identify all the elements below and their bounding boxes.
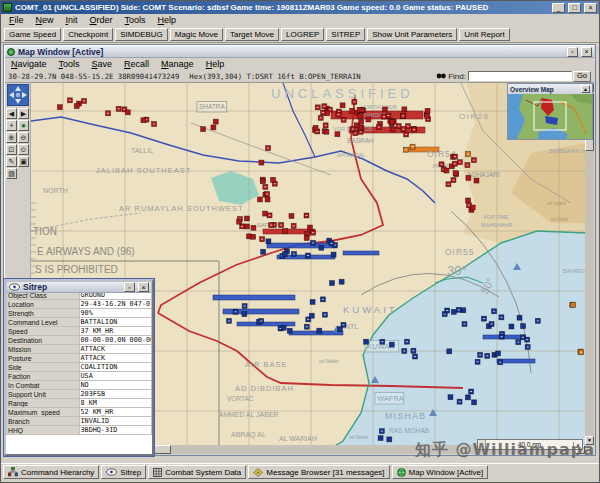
map-label: WAFRA — [377, 394, 404, 403]
taskbar-button-sitrep[interactable]: Sitrep — [101, 465, 146, 479]
sitrep-field-value: 37 KM_HR — [79, 327, 152, 336]
toolbar-button-logrep[interactable]: LOGREP — [281, 28, 324, 41]
unit-cluster[interactable] — [578, 349, 584, 355]
prev-view-icon[interactable]: ◀ — [6, 108, 17, 119]
map-menu-help[interactable]: Help — [200, 59, 231, 69]
zoom-reset-icon[interactable]: ⊙ — [18, 144, 29, 155]
overview-map-panel: Overview Map ▲ — [507, 83, 593, 140]
map-label: AHMED AL JABER — [219, 411, 279, 418]
toolbar-button-magic-move[interactable]: Magic Move — [170, 28, 223, 41]
map-menu-tools[interactable]: Tools — [53, 59, 86, 69]
zoom-in-icon[interactable]: ⊕ — [6, 132, 17, 143]
unit-cluster[interactable] — [465, 152, 470, 157]
overview-map-title-bar[interactable]: Overview Map ▲ — [508, 84, 592, 94]
route-bar — [267, 243, 337, 248]
taskbar-button-message-browser-31-messages[interactable]: Message Browser [31 messages] — [248, 465, 389, 479]
toolbar-button-checkpoint[interactable]: Checkpoint — [63, 28, 113, 41]
draw-icon[interactable]: ✎ — [6, 156, 17, 167]
overview-collapse-button[interactable]: ▲ — [581, 85, 590, 93]
taskbar-button-label: Combat System Data — [165, 468, 241, 477]
map-menu-navigate[interactable]: Navigate — [5, 59, 53, 69]
sitrep-close-button[interactable]: × — [138, 282, 149, 292]
map-window-restore-button[interactable]: ▫ — [567, 47, 578, 57]
sitrep-field-value: USA — [79, 372, 152, 381]
sitrep-row: Speed37 KM_HR — [7, 327, 152, 336]
window-taskbar: Command HierarchySitrepCombat System Dat… — [1, 463, 599, 480]
next-view-icon[interactable]: ▶ — [18, 108, 29, 119]
taskbar-button-map-window-active[interactable]: Map Window [Active] — [392, 465, 489, 479]
zoom-out-icon[interactable]: ⊖ — [18, 132, 29, 143]
application-window: COMT_01 (UNCLASSIFIED) Side: COMT Scenar… — [0, 0, 600, 483]
taskbar-button-command-hierarchy[interactable]: Command Hierarchy — [3, 465, 99, 479]
minimize-button[interactable]: _ — [552, 3, 565, 13]
center-icon[interactable]: + — [6, 120, 17, 131]
map-window-title-bar[interactable]: Map Window [Active] ▫ × — [5, 46, 594, 58]
eye-icon — [106, 468, 117, 476]
close-button[interactable]: × — [584, 3, 597, 13]
maximize-button[interactable]: □ — [568, 3, 581, 13]
sitrep-row: Range8 KM — [7, 399, 152, 408]
map-label: BASRAH — [347, 137, 374, 144]
sitrep-field-label: HHQ — [7, 426, 80, 435]
sitrep-row: Location29-43-16.2N 047-01-57.1E — [7, 300, 152, 309]
map-label: AIR BASE — [245, 360, 288, 369]
map-menu-recall[interactable]: Recall — [118, 59, 155, 69]
sitrep-title-bar[interactable]: Sitrep ▫ × — [7, 282, 151, 293]
sitrep-field-value: 203FSB — [79, 390, 152, 399]
map-label: oil fields — [349, 434, 369, 440]
eye-icon — [9, 283, 20, 291]
sitrep-field-label: Mission — [7, 345, 80, 354]
main-toolbar: Game SpeedCheckpointSIMDEBUGMagic MoveTa… — [1, 26, 599, 43]
sitrep-row: FactionUSA — [7, 372, 152, 381]
snapshot-icon[interactable]: ▣ — [18, 156, 29, 167]
pan-compass-control[interactable] — [7, 84, 29, 106]
layers-icon[interactable]: ▨ — [6, 168, 17, 179]
map-window-close-button[interactable]: × — [581, 47, 592, 57]
sitrep-row: Strength90% — [7, 309, 152, 318]
hex-terrain-info: Hex(393,304) T:DSRT 16ft B:OPEN_TERRAIN — [189, 72, 360, 81]
map-label: MAHSHAHR — [481, 222, 513, 228]
map-label: VORTAC — [227, 395, 254, 402]
map-menu-save[interactable]: Save — [86, 59, 119, 69]
map-status-bar: 30-28-29.7N 048-55-15.2E 38R09041473249 … — [5, 70, 594, 83]
sitrep-field-label: Faction — [7, 372, 80, 381]
sitrep-field-label: Strength — [7, 309, 80, 318]
toolbar-button-sitrep[interactable]: SITREP — [326, 28, 365, 41]
toolbar-button-target-move[interactable]: Target Move — [225, 28, 279, 41]
globe-icon[interactable]: ● — [18, 120, 29, 131]
sitrep-row: Maximum_speed52 KM_HR — [7, 408, 152, 417]
sitrep-field-label: Posture — [7, 354, 80, 363]
map-label: VOR DME — [483, 214, 509, 220]
sitrep-row: Support Unit203FSB — [7, 390, 152, 399]
toolbar-button-game-speed[interactable]: Game Speed — [4, 28, 61, 41]
toolbar-button-simdebug[interactable]: SIMDEBUG — [115, 28, 168, 41]
unit-cluster[interactable] — [570, 302, 576, 307]
sitrep-field-label: Branch — [7, 417, 80, 426]
sitrep-title: Sitrep — [23, 282, 121, 292]
sitrep-field-value: 29-43-16.2N 047-01-57.1E — [79, 300, 152, 309]
menu-new[interactable]: New — [30, 15, 60, 25]
find-go-button[interactable]: Go — [573, 71, 591, 82]
taskbar-button-combat-system-data[interactable]: Combat System Data — [148, 465, 246, 479]
overview-map-canvas[interactable] — [508, 94, 592, 139]
toolbar-button-show-unit-parameters[interactable]: Show Unit Parameters — [367, 28, 457, 41]
map-label: OIR55 — [445, 247, 475, 257]
menu-tools[interactable]: Tools — [119, 15, 152, 25]
sitrep-restore-button[interactable]: ▫ — [124, 282, 135, 292]
map-label: oil field — [551, 216, 569, 222]
zoom-area-icon[interactable]: ⊡ — [6, 144, 17, 155]
sitrep-field-label: Range — [7, 399, 80, 408]
hierarchy-icon — [8, 467, 18, 477]
sitrep-field-value: 90% — [79, 309, 152, 318]
grid-icon — [153, 468, 162, 477]
menu-order[interactable]: Order — [84, 15, 119, 25]
find-input[interactable] — [468, 71, 572, 81]
sitrep-field-value: NO — [79, 381, 152, 390]
menu-file[interactable]: File — [3, 15, 30, 25]
sitrep-field-label: Side — [7, 363, 80, 372]
toolbar-button-unit-report[interactable]: Unit Report — [459, 28, 509, 41]
menu-help[interactable]: Help — [152, 15, 183, 25]
map-menu-manage[interactable]: Manage — [155, 59, 200, 69]
menu-init[interactable]: Init — [60, 15, 84, 25]
message-icon — [253, 468, 263, 477]
